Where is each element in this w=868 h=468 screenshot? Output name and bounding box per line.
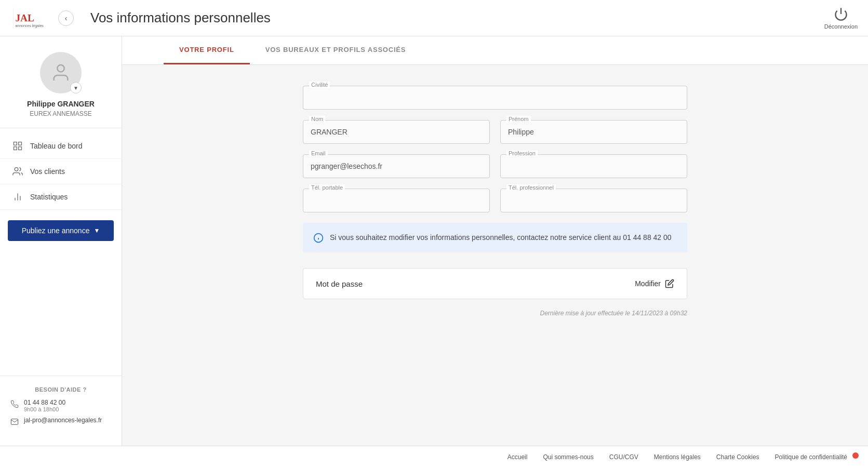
avatar-container: ▼ [40, 52, 82, 93]
info-icon [313, 233, 324, 243]
stats-icon [12, 192, 23, 202]
email-profession-row: Email Profession [303, 154, 687, 178]
sidebar-item-statistiques[interactable]: Statistiques [0, 184, 122, 210]
tel-portable-field: Tél. portable [303, 189, 490, 212]
profession-field: Profession [500, 154, 687, 178]
email-label: Email [309, 150, 328, 156]
user-company: EUREX ANNEMASSE [30, 110, 91, 117]
email-input[interactable] [303, 154, 490, 178]
svg-rect-9 [19, 147, 22, 150]
tabs-container: VOTRE PROFIL VOS BUREAUX ET PROFILS ASSO… [122, 36, 868, 65]
user-section: ▼ Philippe GRANGER EUREX ANNEMASSE [0, 36, 122, 128]
prenom-label: Prénom [506, 116, 531, 122]
tel-pro-input[interactable] [500, 189, 687, 212]
prenom-input[interactable] [500, 120, 687, 144]
nom-label: Nom [309, 116, 325, 122]
help-email: jal-pro@annonces-legales.fr [24, 417, 102, 424]
avatar-dropdown-button[interactable]: ▼ [70, 82, 82, 93]
svg-point-5 [57, 65, 64, 72]
logout-button[interactable]: Déconnexion [824, 7, 858, 30]
info-box: Si vous souhaitez modifier vos informati… [303, 223, 687, 252]
logo-area: JAL annonces légales ‹ Vos informations … [10, 5, 271, 31]
sidebar: ▼ Philippe GRANGER EUREX ANNEMASSE Table… [0, 36, 122, 446]
svg-point-10 [15, 168, 18, 171]
tel-portable-label: Tél. portable [309, 184, 345, 191]
tel-portable-input[interactable] [303, 189, 490, 212]
phone-contact: 01 44 88 42 00 9h00 à 18h00 [10, 399, 111, 412]
publish-announcement-button[interactable]: Publiez une annonce ▼ [8, 220, 114, 241]
info-message: Si vous souhaitez modifier vos informati… [330, 232, 672, 243]
collapse-sidebar-button[interactable]: ‹ [58, 10, 74, 26]
prenom-field: Prénom [500, 120, 687, 144]
phone-number: 01 44 88 42 00 [24, 399, 65, 406]
sidebar-item-label: Tableau de bord [30, 142, 82, 150]
logo: JAL annonces légales [10, 5, 52, 31]
power-icon [834, 7, 848, 21]
svg-text:JAL: JAL [15, 12, 34, 23]
form-area: Civilité Nom Prénom Email [261, 65, 729, 338]
footer-link-politique-confidentialite[interactable]: Politique de confidentialité [775, 453, 847, 461]
svg-rect-8 [14, 147, 17, 150]
email-contact: jal-pro@annonces-legales.fr [10, 417, 111, 426]
password-label: Mot de passe [316, 279, 363, 288]
help-title: BESOIN D'AIDE ? [10, 386, 111, 393]
profession-label: Profession [506, 150, 538, 156]
password-section: Mot de passe Modifier [303, 268, 687, 299]
sidebar-bottom: BESOIN D'AIDE ? 01 44 88 42 00 9h00 à 18… [0, 376, 122, 435]
civilite-input[interactable] [303, 86, 687, 110]
email-icon [10, 418, 19, 426]
footer-link-cgu[interactable]: CGU/CGV [609, 453, 638, 461]
modifier-label: Modifier [635, 279, 661, 288]
notification-dot [852, 452, 859, 459]
publish-btn-label: Publiez une annonce [22, 226, 90, 235]
clients-icon [12, 166, 23, 177]
modify-password-button[interactable]: Modifier [635, 279, 674, 288]
tab-votre-profil[interactable]: VOTRE PROFIL [164, 36, 250, 64]
email-field: Email [303, 154, 490, 178]
main-layout: ▼ Philippe GRANGER EUREX ANNEMASSE Table… [0, 36, 868, 446]
chevron-down-icon: ▼ [94, 227, 100, 234]
tel-pro-label: Tél. professionnel [506, 184, 556, 191]
sidebar-item-label: Vos clients [30, 167, 65, 176]
page-title: Vos informations personnelles [90, 10, 271, 26]
telephone-row: Tél. portable Tél. professionnel [303, 189, 687, 212]
nom-prenom-row: Nom Prénom [303, 120, 687, 144]
dashboard-icon [12, 141, 23, 151]
last-update: Dernière mise à jour effectuée le 14/11/… [303, 310, 687, 317]
user-avatar-icon [50, 62, 71, 83]
svg-rect-6 [14, 142, 17, 145]
phone-icon [10, 400, 19, 408]
footer-link-charte-cookies[interactable]: Charte Cookies [716, 453, 759, 461]
tab-bureaux-profils[interactable]: VOS BUREAUX ET PROFILS ASSOCIÉS [250, 36, 422, 64]
civilite-group: Civilité [303, 86, 687, 110]
footer-link-mentions-legales[interactable]: Mentions légales [654, 453, 701, 461]
phone-hours: 9h00 à 18h00 [24, 406, 65, 412]
sidebar-item-vos-clients[interactable]: Vos clients [0, 159, 122, 184]
tel-pro-field: Tél. professionnel [500, 189, 687, 212]
sidebar-item-label: Statistiques [30, 193, 68, 201]
svg-rect-7 [19, 142, 22, 145]
civilite-field: Civilité [303, 86, 687, 110]
profession-input[interactable] [500, 154, 687, 178]
nav-menu: Tableau de bord Vos clients Statistiques [0, 133, 122, 210]
civilite-label: Civilité [309, 82, 330, 88]
main-content: VOTRE PROFIL VOS BUREAUX ET PROFILS ASSO… [122, 36, 868, 446]
nom-field: Nom [303, 120, 490, 144]
svg-text:annonces légales: annonces légales [15, 24, 44, 28]
user-name: Philippe GRANGER [27, 100, 95, 108]
footer-link-qui-sommes-nous[interactable]: Qui sommes-nous [543, 453, 593, 461]
edit-icon [665, 279, 674, 288]
sidebar-item-tableau-de-bord[interactable]: Tableau de bord [0, 133, 122, 159]
footer-link-accueil[interactable]: Accueil [508, 453, 528, 461]
nom-input[interactable] [303, 120, 490, 144]
footer: Accueil Qui sommes-nous CGU/CGV Mentions… [0, 446, 868, 468]
top-bar: JAL annonces légales ‹ Vos informations … [0, 0, 868, 36]
